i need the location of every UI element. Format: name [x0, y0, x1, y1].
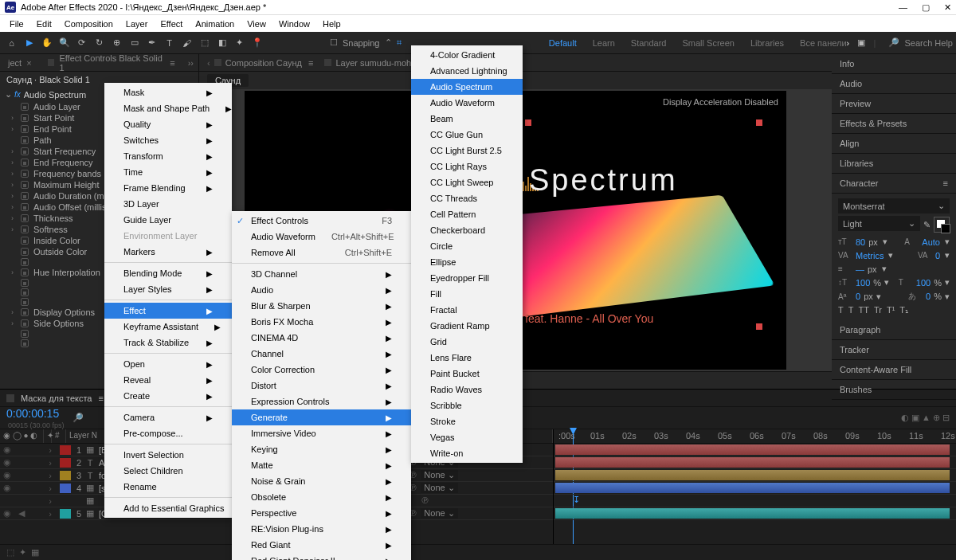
search-input[interactable]: Search Help: [904, 38, 953, 48]
orbit-tool[interactable]: ⟳: [73, 34, 90, 51]
menu-item[interactable]: CC Threads: [411, 190, 523, 206]
menu-item[interactable]: Audio▶: [232, 282, 411, 298]
menu-item[interactable]: Circle: [411, 238, 523, 254]
text-style-button[interactable]: T: [848, 305, 854, 315]
panel-section[interactable]: Audio: [832, 74, 956, 94]
menu-item[interactable]: Effect▶: [104, 303, 232, 319]
menu-item[interactable]: Mask▶: [104, 84, 232, 100]
menu-item[interactable]: Frame Blending▶: [104, 180, 232, 196]
menu-item[interactable]: Generate▶: [232, 409, 411, 425]
menu-item[interactable]: Audio Waveform: [411, 95, 523, 111]
menu-item[interactable]: Add to Essential Graphics: [104, 500, 232, 516]
text-style-button[interactable]: TT: [858, 305, 868, 315]
workspace-1[interactable]: Learn: [593, 38, 615, 48]
menu-item[interactable]: Time▶: [104, 164, 232, 180]
menu-item[interactable]: CC Light Sweep: [411, 174, 523, 190]
menu-item[interactable]: Invert Selection: [104, 447, 232, 463]
puppet-tool[interactable]: 📍: [249, 34, 265, 51]
text-tool[interactable]: T: [161, 34, 178, 51]
menu-item[interactable]: Environment Layer: [104, 228, 232, 244]
panel-section[interactable]: Character ≡: [832, 174, 956, 194]
menu-item[interactable]: Rename: [104, 479, 232, 495]
menu-item[interactable]: Blur & Sharpen▶: [232, 298, 411, 314]
menu-item[interactable]: Matte▶: [232, 457, 411, 473]
track-row[interactable]: [554, 444, 956, 456]
menu-item[interactable]: 4-Color Gradient: [411, 47, 523, 63]
menu-item[interactable]: Create▶: [104, 388, 232, 404]
close-button[interactable]: ✕: [944, 2, 951, 13]
menu-animation[interactable]: Animation: [189, 19, 241, 29]
track-row[interactable]: [554, 482, 956, 495]
anchor-tool[interactable]: ⊕: [108, 34, 125, 51]
panel-section[interactable]: Content-Aware Fill: [832, 360, 956, 380]
selection-handle[interactable]: [756, 323, 762, 330]
kerning-value[interactable]: Metrics: [856, 251, 884, 260]
timecode[interactable]: 0:00:00:15: [6, 407, 59, 420]
menu-item[interactable]: Obsolete▶: [232, 489, 411, 505]
menu-layer[interactable]: Layer: [120, 19, 155, 29]
rect-tool[interactable]: ▭: [126, 34, 143, 51]
track-row[interactable]: [554, 469, 956, 482]
timeline-tools[interactable]: ◐ ▣ ▲ ⊕ ⊟: [901, 413, 950, 423]
tracking-value[interactable]: 0: [935, 251, 940, 260]
menu-item[interactable]: RE:Vision Plug-ins▶: [232, 521, 411, 537]
selection-handle[interactable]: [525, 119, 531, 126]
workspace-box-icon[interactable]: ▣: [853, 34, 870, 51]
menu-item[interactable]: Fractal: [411, 302, 523, 318]
menu-item[interactable]: Grid: [411, 334, 523, 350]
roto-tool[interactable]: ✦: [231, 34, 248, 51]
menu-item[interactable]: Markers▶: [104, 244, 232, 260]
menu-item[interactable]: Open▶: [104, 356, 232, 372]
eyedropper-icon[interactable]: ✎: [923, 220, 931, 230]
menu-item[interactable]: Boris FX Mocha▶: [232, 314, 411, 330]
hand-tool[interactable]: ✋: [38, 34, 55, 51]
twirl-icon[interactable]: ⌄: [5, 89, 12, 100]
menu-item[interactable]: Vegas: [411, 429, 523, 445]
menu-window[interactable]: Window: [272, 19, 316, 29]
vscale-value[interactable]: 100: [916, 278, 931, 288]
menu-item[interactable]: Stroke: [411, 413, 523, 429]
menu-item[interactable]: Eyedropper Fill: [411, 270, 523, 286]
menu-file[interactable]: File: [3, 19, 30, 29]
menu-item[interactable]: CC Light Burst 2.5: [411, 143, 523, 159]
panel-section[interactable]: Preview: [832, 94, 956, 114]
tab-menu-icon[interactable]: ≡: [98, 394, 103, 403]
menu-item[interactable]: Distort▶: [232, 378, 411, 394]
comp-tab[interactable]: ‹Composition Саунд ≡: [207, 58, 313, 68]
toggle-switch-icon[interactable]: ✦: [19, 547, 26, 558]
panel-section[interactable]: Paragraph: [832, 320, 956, 340]
menu-composition[interactable]: Composition: [58, 19, 120, 29]
menu-item[interactable]: Noise & Grain▶: [232, 473, 411, 489]
menu-item[interactable]: Expression Controls▶: [232, 394, 411, 409]
workspace-4[interactable]: Libraries: [750, 38, 784, 48]
panel-section[interactable]: Align: [832, 134, 956, 154]
menu-item[interactable]: Camera▶: [104, 409, 232, 425]
menu-help[interactable]: Help: [316, 19, 347, 29]
menu-effect[interactable]: Effect: [154, 19, 189, 29]
toggle-switch-icon[interactable]: ⬚: [6, 547, 14, 558]
panel-section[interactable]: Info: [832, 54, 956, 74]
hscale-value[interactable]: 100: [856, 278, 870, 288]
baseline-value[interactable]: 0: [856, 292, 860, 301]
text-style-button[interactable]: T¹: [887, 305, 895, 315]
menu-item[interactable]: Immersive Video▶: [232, 425, 411, 441]
text-style-button[interactable]: T₁: [899, 305, 908, 315]
minimize-button[interactable]: —: [899, 2, 907, 13]
home-tool[interactable]: ⌂: [3, 34, 20, 51]
toggle-switch-icon[interactable]: ▦: [31, 547, 39, 558]
menu-item[interactable]: Transform▶: [104, 148, 232, 164]
menu-item[interactable]: Switches▶: [104, 132, 232, 148]
track-row[interactable]: ↧: [554, 495, 956, 507]
menu-item[interactable]: Keying▶: [232, 441, 411, 457]
menu-item[interactable]: Select Children: [104, 463, 232, 479]
menu-item[interactable]: Cell Pattern: [411, 206, 523, 222]
font-weight-dropdown[interactable]: Light⌄: [838, 216, 920, 231]
menu-item[interactable]: CC Light Rays: [411, 159, 523, 174]
menu-item[interactable]: Blending Mode▶: [104, 265, 232, 281]
project-tab[interactable]: ject: [0, 54, 40, 71]
workspace-3[interactable]: Small Screen: [683, 38, 735, 48]
menu-item[interactable]: Gradient Ramp: [411, 318, 523, 334]
menu-item[interactable]: Guide Layer: [104, 212, 232, 228]
snap-caret-icon[interactable]: ⌃: [385, 37, 392, 48]
menu-item[interactable]: Quality▶: [104, 116, 232, 132]
